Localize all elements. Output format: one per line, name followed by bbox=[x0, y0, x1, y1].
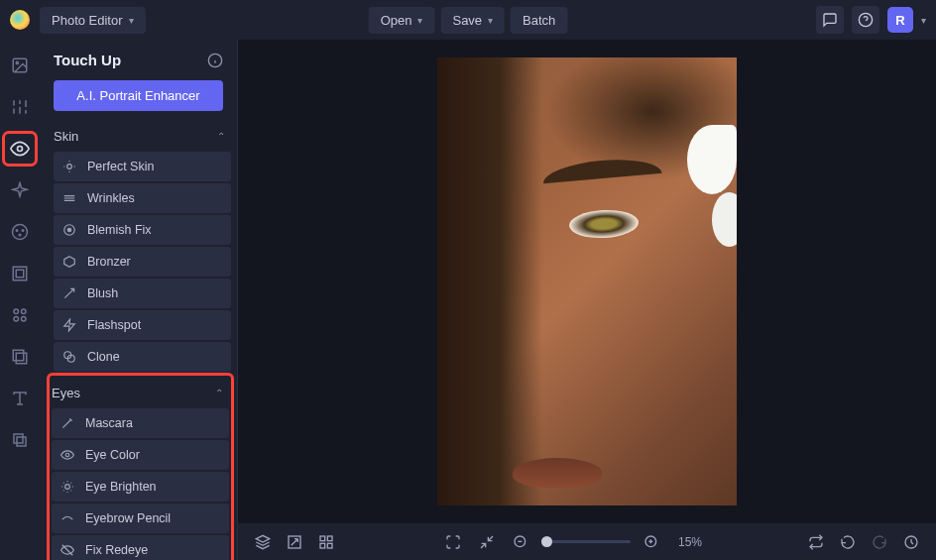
svg-rect-15 bbox=[13, 267, 27, 280]
save-label: Save bbox=[452, 13, 482, 28]
tool-wrinkles[interactable]: Wrinkles bbox=[54, 183, 231, 213]
tool-clone[interactable]: Clone bbox=[54, 342, 231, 372]
svg-rect-41 bbox=[320, 536, 325, 541]
zoom-in-icon[interactable] bbox=[639, 529, 664, 555]
svg-rect-26 bbox=[17, 437, 26, 446]
rail-sparkle-icon[interactable] bbox=[6, 176, 34, 204]
svg-point-20 bbox=[22, 317, 27, 322]
svg-rect-22 bbox=[16, 353, 27, 364]
svg-point-36 bbox=[65, 453, 69, 457]
chevron-up-icon: ⌃ bbox=[217, 131, 225, 142]
flashspot-icon bbox=[61, 317, 77, 333]
tool-blemish-fix[interactable]: Blemish Fix bbox=[54, 215, 231, 245]
mascara-icon bbox=[59, 415, 75, 431]
rail-text-icon[interactable] bbox=[6, 385, 34, 412]
portrait-image bbox=[437, 57, 737, 505]
rail-overlay-icon[interactable] bbox=[6, 343, 34, 371]
svg-point-19 bbox=[14, 317, 19, 322]
sidebar-title: Touch Up bbox=[54, 52, 121, 68]
open-button[interactable]: Open ▾ bbox=[369, 7, 435, 34]
chevron-down-icon: ▾ bbox=[488, 15, 493, 26]
section-skin-header[interactable]: Skin ⌃ bbox=[54, 121, 231, 152]
comment-icon[interactable] bbox=[816, 6, 844, 34]
tool-flashspot[interactable]: Flashspot bbox=[54, 310, 231, 340]
revert-icon[interactable] bbox=[803, 529, 829, 555]
svg-marker-33 bbox=[64, 319, 75, 331]
svg-point-10 bbox=[18, 147, 23, 152]
tool-blush[interactable]: Blush bbox=[54, 279, 231, 308]
svg-point-12 bbox=[16, 230, 18, 232]
redo-icon[interactable] bbox=[867, 529, 892, 555]
layers-icon[interactable] bbox=[250, 529, 276, 555]
svg-point-14 bbox=[19, 234, 21, 236]
svg-point-18 bbox=[22, 309, 27, 314]
eyebrow-pencil-icon bbox=[59, 510, 75, 526]
redeye-icon bbox=[59, 542, 75, 558]
avatar[interactable]: R bbox=[887, 7, 913, 33]
tool-eye-brighten[interactable]: Eye Brighten bbox=[52, 472, 229, 502]
app-selector-button[interactable]: Photo Editor ▾ bbox=[40, 7, 146, 34]
rail-palette-icon[interactable] bbox=[6, 218, 34, 246]
chevron-up-icon: ⌃ bbox=[215, 388, 223, 398]
ai-enhancer-button[interactable]: A.I. Portrait Enhancer bbox=[54, 80, 223, 111]
rail-frame-icon[interactable] bbox=[6, 260, 34, 287]
bronzer-icon bbox=[61, 254, 77, 270]
tool-rail bbox=[0, 40, 40, 560]
app-logo[interactable] bbox=[10, 10, 30, 30]
svg-rect-21 bbox=[13, 350, 24, 361]
zoom-out-icon[interactable] bbox=[508, 529, 533, 555]
undo-icon[interactable] bbox=[835, 529, 861, 555]
help-icon[interactable] bbox=[852, 6, 879, 34]
tool-bronzer[interactable]: Bronzer bbox=[54, 247, 231, 277]
tool-eye-color[interactable]: Eye Color bbox=[52, 440, 229, 470]
svg-point-3 bbox=[16, 61, 18, 63]
tool-eyebrow-pencil[interactable]: Eyebrow Pencil bbox=[52, 504, 229, 533]
batch-button[interactable]: Batch bbox=[511, 7, 567, 34]
fullscreen-icon[interactable] bbox=[440, 529, 466, 555]
chevron-down-icon: ▾ bbox=[417, 15, 422, 26]
svg-marker-39 bbox=[256, 535, 269, 542]
tool-mascara[interactable]: Mascara bbox=[52, 408, 229, 438]
info-icon[interactable] bbox=[207, 53, 223, 68]
tool-fix-redeye[interactable]: Fix Redeye bbox=[52, 535, 229, 560]
rail-layers-icon[interactable] bbox=[6, 426, 34, 454]
svg-rect-16 bbox=[16, 270, 24, 278]
svg-point-11 bbox=[13, 225, 28, 240]
svg-point-30 bbox=[67, 165, 72, 169]
svg-point-17 bbox=[14, 309, 19, 314]
rail-elements-icon[interactable] bbox=[6, 301, 34, 329]
perfect-skin-icon bbox=[61, 159, 77, 174]
rail-touchup-eye-icon[interactable] bbox=[6, 135, 34, 163]
zoom-thumb[interactable] bbox=[541, 536, 552, 547]
canvas-view[interactable] bbox=[238, 40, 936, 523]
grid-icon[interactable] bbox=[313, 529, 339, 555]
rail-sliders-icon[interactable] bbox=[6, 93, 34, 121]
zoom-slider[interactable] bbox=[541, 540, 631, 543]
svg-point-32 bbox=[67, 228, 71, 232]
save-button[interactable]: Save ▾ bbox=[440, 7, 505, 34]
wrinkles-icon bbox=[61, 190, 77, 206]
tool-perfect-skin[interactable]: Perfect Skin bbox=[54, 152, 231, 181]
section-eyes-header[interactable]: Eyes ⌃ bbox=[52, 378, 229, 408]
compare-icon[interactable] bbox=[282, 529, 307, 555]
svg-rect-43 bbox=[320, 543, 325, 548]
zoom-percent: 15% bbox=[678, 535, 702, 549]
blemish-icon bbox=[61, 222, 77, 238]
svg-rect-44 bbox=[327, 543, 332, 548]
svg-rect-42 bbox=[327, 536, 332, 541]
fit-icon[interactable] bbox=[474, 529, 500, 555]
open-label: Open bbox=[381, 13, 412, 28]
svg-rect-25 bbox=[14, 434, 23, 443]
account-chevron-down-icon[interactable]: ▾ bbox=[921, 15, 926, 26]
clone-icon bbox=[61, 349, 77, 365]
svg-point-37 bbox=[65, 485, 70, 490]
app-selector-label: Photo Editor bbox=[52, 13, 123, 28]
eye-brighten-icon bbox=[59, 479, 75, 495]
section-skin-label: Skin bbox=[54, 129, 78, 144]
chevron-down-icon: ▾ bbox=[129, 15, 134, 26]
history-icon[interactable] bbox=[898, 529, 924, 555]
blush-icon bbox=[61, 285, 77, 301]
section-eyes-label: Eyes bbox=[52, 386, 80, 400]
rail-image-icon[interactable] bbox=[6, 52, 34, 79]
svg-point-13 bbox=[22, 230, 24, 232]
